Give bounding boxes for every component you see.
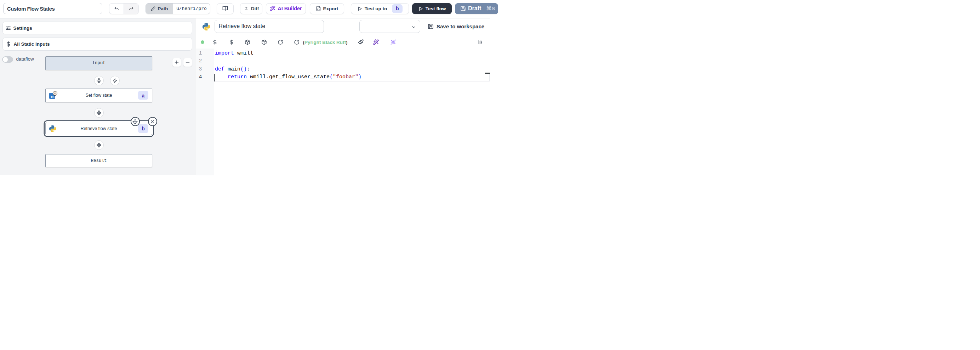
- svg-text:TS: TS: [51, 95, 54, 99]
